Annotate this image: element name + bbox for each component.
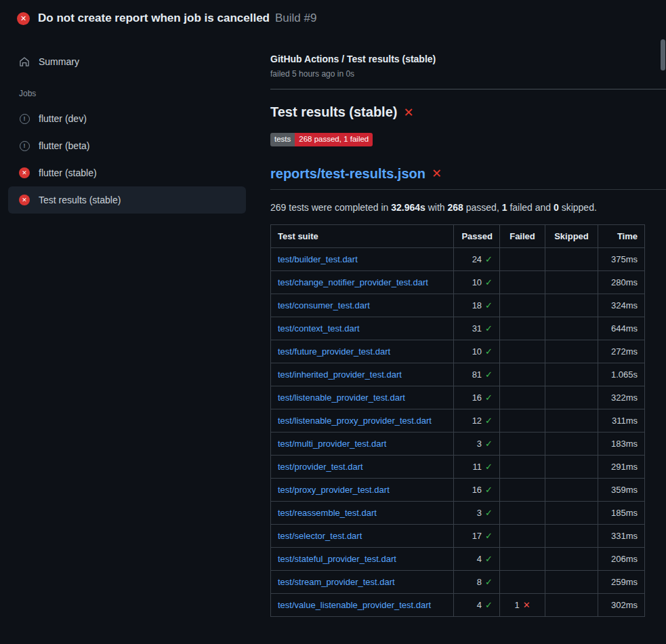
suite-cell: test/selector_test.dart	[271, 524, 454, 547]
home-icon	[19, 56, 30, 67]
divider	[270, 89, 666, 89]
table-row: test/builder_test.dart24✓375ms	[271, 247, 645, 270]
time-cell: 311ms	[598, 409, 645, 432]
table-row: test/context_test.dart31✓644ms	[271, 317, 645, 340]
skipped-cell	[545, 524, 598, 547]
time-cell: 359ms	[598, 478, 645, 501]
sidebar-item-summary[interactable]: Summary	[8, 48, 246, 75]
table-row: test/listenable_proxy_provider_test.dart…	[271, 409, 645, 432]
suite-cell: test/stream_provider_test.dart	[271, 570, 454, 593]
summary-skipped-count: 0	[554, 202, 559, 213]
suite-link[interactable]: test/stateful_provider_test.dart	[278, 554, 396, 564]
sidebar-item-test-results-stable[interactable]: ✕ Test results (stable)	[8, 186, 246, 214]
suite-link[interactable]: test/context_test.dart	[278, 323, 360, 334]
suite-link[interactable]: test/multi_provider_test.dart	[278, 439, 386, 449]
passed-cell: 10✓	[454, 340, 500, 363]
sidebar-job-label: Test results (stable)	[39, 195, 121, 205]
passed-cell: 3✓	[454, 501, 500, 524]
suite-link[interactable]: test/change_notifier_provider_test.dart	[278, 277, 428, 287]
build-number: Build #9	[275, 12, 316, 25]
sidebar-item-flutter-beta[interactable]: ! flutter (beta)	[8, 132, 246, 159]
suite-link[interactable]: test/inherited_provider_test.dart	[278, 369, 402, 380]
passed-cell: 11✓	[454, 455, 500, 478]
summary-passed-count: 268	[448, 202, 463, 213]
passed-count: 8	[477, 577, 482, 587]
table-row: test/selector_test.dart17✓331ms	[271, 524, 645, 547]
passed-count: 10	[472, 277, 482, 287]
sidebar-item-flutter-stable[interactable]: ✕ flutter (stable)	[8, 159, 246, 186]
passed-cell: 16✓	[454, 386, 500, 409]
table-row: test/reassemble_test.dart3✓185ms	[271, 501, 645, 524]
passed-count: 18	[472, 300, 482, 310]
skipped-cell	[545, 501, 598, 524]
check-icon: ✓	[485, 393, 493, 403]
passed-cell: 4✓	[454, 547, 500, 570]
column-header-test-suite: Test suite	[271, 224, 454, 247]
passed-cell: 81✓	[454, 363, 500, 386]
sidebar-item-flutter-dev[interactable]: ! flutter (dev)	[8, 105, 246, 132]
suite-cell: test/reassemble_test.dart	[271, 501, 454, 524]
skipped-cell	[545, 478, 598, 501]
suite-link[interactable]: test/reassemble_test.dart	[278, 508, 377, 518]
jobs-heading: Jobs	[8, 75, 246, 105]
results-summary: 269 tests were completed in 32.964s with…	[270, 202, 666, 213]
suite-cell: test/consumer_test.dart	[271, 294, 454, 317]
failed-cell	[500, 270, 545, 294]
check-icon: ✓	[485, 577, 493, 587]
suite-link[interactable]: test/provider_test.dart	[278, 462, 363, 472]
summary-duration: 32.964s	[391, 202, 425, 213]
passed-count: 11	[473, 462, 482, 472]
failed-status-icon: ✕	[19, 195, 30, 205]
column-header-skipped: Skipped	[545, 224, 598, 247]
column-header-passed: Passed	[454, 224, 500, 247]
failed-cell	[500, 247, 545, 270]
passed-count: 31	[472, 323, 482, 334]
passed-count: 17	[472, 531, 482, 541]
table-row: test/multi_provider_test.dart3✓183ms	[271, 432, 645, 455]
suite-link[interactable]: test/selector_test.dart	[278, 531, 362, 541]
suite-link[interactable]: test/listenable_provider_test.dart	[278, 393, 405, 403]
skipped-cell	[545, 294, 598, 317]
failed-cell	[500, 340, 545, 363]
suite-link[interactable]: test/builder_test.dart	[278, 254, 358, 264]
suite-link[interactable]: test/stream_provider_test.dart	[278, 577, 395, 587]
table-row: test/value_listenable_provider_test.dart…	[271, 593, 645, 616]
report-file-heading: reports/test-results.json ✕	[270, 166, 666, 190]
suite-cell: test/stateful_provider_test.dart	[271, 547, 454, 570]
time-cell: 259ms	[598, 570, 645, 593]
check-icon: ✓	[485, 485, 493, 495]
time-cell: 206ms	[598, 547, 645, 570]
skipped-cell	[545, 409, 598, 432]
time-cell: 1.065s	[598, 363, 645, 386]
suite-link[interactable]: test/future_provider_test.dart	[278, 346, 390, 357]
passed-count: 16	[472, 393, 482, 403]
skipped-cell	[545, 455, 598, 478]
suite-link[interactable]: test/proxy_provider_test.dart	[278, 485, 390, 495]
badge-value: 268 passed, 1 failed	[295, 133, 373, 146]
vertical-scrollbar-thumb[interactable]	[661, 39, 665, 71]
report-file-link[interactable]: reports/test-results.json	[270, 166, 425, 182]
check-icon: ✓	[485, 554, 493, 564]
suite-link[interactable]: test/value_listenable_provider_test.dart	[278, 600, 431, 610]
suite-cell: test/listenable_proxy_provider_test.dart	[271, 409, 454, 432]
check-run-panel: GitHub Actions / Test results (stable) f…	[254, 32, 666, 617]
check-icon: ✓	[485, 277, 493, 287]
suite-link[interactable]: test/consumer_test.dart	[278, 300, 370, 310]
passed-cell: 8✓	[454, 570, 500, 593]
table-row: test/stateful_provider_test.dart4✓206ms	[271, 547, 645, 570]
failed-cell	[500, 524, 545, 547]
skipped-cell	[545, 247, 598, 270]
sidebar-job-label: flutter (beta)	[39, 140, 89, 151]
failed-cell	[500, 547, 545, 570]
failed-cell	[500, 478, 545, 501]
suite-link[interactable]: test/listenable_proxy_provider_test.dart	[278, 416, 432, 426]
passed-count: 81	[472, 369, 482, 380]
failed-count: 1	[514, 600, 519, 610]
check-icon: ✓	[485, 600, 493, 610]
passed-cell: 4✓	[454, 593, 500, 616]
failed-cell	[500, 570, 545, 593]
cross-mark-icon: ✕	[403, 106, 413, 119]
failed-cell	[500, 294, 545, 317]
skipped-cell	[545, 547, 598, 570]
failed-cell	[500, 432, 545, 455]
